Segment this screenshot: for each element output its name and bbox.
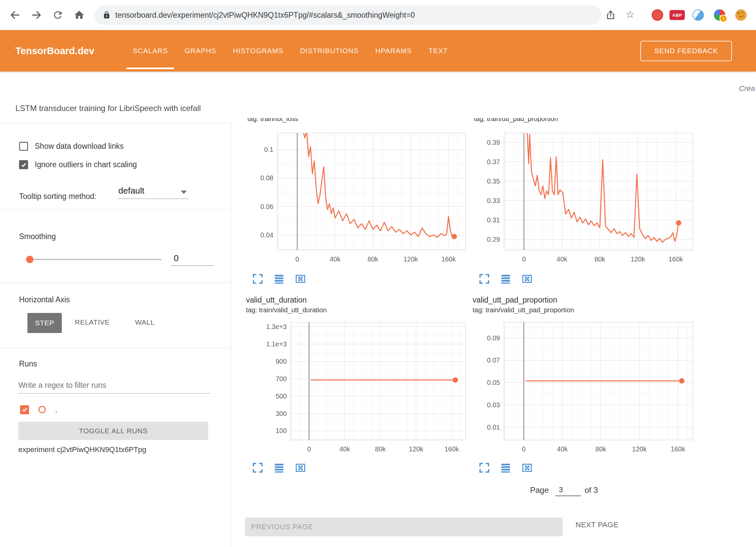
scalar-chart-utt-pad-proportion[interactable]: 0.290.310.330.350.370.39040k80k120k160k [474, 131, 696, 269]
share-icon[interactable] [604, 8, 618, 22]
page-number-input[interactable] [555, 485, 581, 496]
chevron-down-icon [181, 191, 187, 194]
extension-blocker-icon[interactable] [652, 9, 663, 21]
svg-text:0: 0 [522, 445, 526, 453]
fit-domain-icon[interactable] [521, 461, 533, 474]
run-checkbox[interactable] [20, 405, 29, 414]
axis-wall-button[interactable]: WALL [135, 318, 154, 326]
extension-abp-icon[interactable]: ABP [669, 10, 685, 20]
smoothing-slider-thumb[interactable] [26, 256, 33, 263]
tab-distributions[interactable]: DISTRIBUTIONS [292, 30, 367, 72]
expand-icon[interactable] [478, 461, 491, 474]
scalar-chart-tot-loss[interactable]: 0.040.060.080.1040k80k120k160k [247, 131, 469, 269]
data-table-icon[interactable] [499, 272, 512, 285]
forward-icon[interactable] [29, 8, 43, 22]
smoothing-label: Smoothing [19, 232, 56, 241]
expand-icon[interactable] [251, 461, 264, 474]
data-table-icon[interactable] [273, 272, 285, 285]
runs-filter-input[interactable] [18, 379, 211, 394]
divider [0, 283, 231, 283]
tooltip-sorting-label: Tooltip sorting method: [19, 192, 96, 201]
svg-text:40k: 40k [557, 445, 568, 453]
reload-icon[interactable] [51, 8, 65, 22]
svg-text:80k: 80k [368, 255, 379, 263]
svg-text:100: 100 [276, 427, 287, 434]
scalar-chart-valid-utt-pad-proportion[interactable]: 0.010.030.050.070.09040k80k120k160k [474, 320, 696, 459]
fit-domain-icon[interactable] [294, 461, 307, 474]
svg-text:0: 0 [295, 255, 299, 263]
divider [0, 348, 231, 348]
extension-count-badge: 1 [720, 15, 727, 22]
svg-text:0.03: 0.03 [487, 401, 500, 409]
ignore-outliers-checkbox[interactable] [19, 160, 28, 169]
fit-domain-icon[interactable] [294, 272, 307, 285]
svg-text:40k: 40k [339, 445, 350, 453]
run-color-swatch[interactable] [38, 406, 46, 413]
svg-text:1.3e+3: 1.3e+3 [266, 323, 287, 330]
home-icon[interactable] [72, 8, 86, 22]
tab-graphs[interactable]: GRAPHS [176, 30, 225, 72]
svg-text:0.07: 0.07 [487, 356, 500, 364]
extension-blue-icon[interactable] [692, 9, 704, 21]
svg-text:40k: 40k [556, 255, 568, 263]
chart-subtitle: tag: train/valid_utt_duration [246, 306, 327, 314]
data-table-icon[interactable] [499, 461, 512, 474]
run-name: . [55, 405, 57, 414]
url-text: tensorboard.dev/experiment/cj2vtPiwQHKN9… [115, 11, 415, 20]
runs-label: Runs [19, 359, 37, 368]
tab-text[interactable]: TEXT [420, 30, 456, 72]
created-text-clipped: Crea [739, 84, 755, 93]
show-download-label: Show data download links [35, 142, 124, 151]
data-table-icon[interactable] [273, 461, 285, 474]
address-bar[interactable]: tensorboard.dev/experiment/cj2vtPiwQHKN9… [95, 5, 601, 25]
lock-icon[interactable] [103, 11, 111, 19]
cookie-icon[interactable] [735, 9, 747, 21]
star-icon[interactable]: ☆ [624, 8, 637, 20]
previous-page-button[interactable]: PREVIOUS PAGE [245, 518, 562, 536]
run-row: . [20, 405, 57, 414]
main-nav: SCALARS GRAPHS HISTOGRAMS DISTRIBUTIONS … [124, 30, 456, 72]
tab-histograms[interactable]: HISTOGRAMS [225, 30, 292, 72]
svg-text:40k: 40k [330, 255, 341, 263]
tooltip-sorting-value: default [118, 186, 144, 196]
svg-text:0.05: 0.05 [487, 379, 500, 386]
svg-text:0.37: 0.37 [487, 158, 500, 166]
svg-text:0.31: 0.31 [487, 216, 500, 224]
axis-relative-button[interactable]: RELATIVE [75, 318, 110, 326]
app-logo: TensorBoard.dev [15, 45, 94, 57]
send-feedback-button[interactable]: SEND FEEDBACK [640, 41, 732, 61]
smoothing-slider[interactable] [27, 259, 161, 260]
expand-icon[interactable] [478, 272, 491, 285]
chart-toolbar [478, 461, 533, 474]
experiment-caption: experiment cj2vtPiwQHKN9Q1tx6PTpg [18, 445, 146, 454]
app-header: TensorBoard.dev SCALARS GRAPHS HISTOGRAM… [0, 30, 756, 72]
back-icon[interactable] [8, 8, 22, 22]
profile-avatar[interactable]: 1 [714, 9, 725, 21]
browser-toolbar: tensorboard.dev/experiment/cj2vtPiwQHKN9… [0, 0, 756, 30]
svg-text:160k: 160k [445, 445, 459, 453]
show-download-checkbox[interactable] [19, 142, 28, 151]
scalar-chart-valid-utt-duration[interactable]: 1003005007009001.1e+31.3e+3040k80k120k16… [247, 320, 469, 459]
expand-icon[interactable] [251, 272, 264, 285]
next-page-button[interactable]: NEXT PAGE [574, 520, 620, 530]
page-label: Page [530, 485, 549, 495]
svg-text:300: 300 [276, 410, 287, 417]
svg-text:900: 900 [276, 358, 287, 365]
chart-title: valid_utt_duration [246, 296, 307, 305]
settings-sidebar: Show data download links Ignore outliers… [0, 123, 231, 547]
axis-step-button[interactable]: STEP [27, 313, 62, 333]
chart-c0-subtitle-clipped: tag: train/tot_loss [247, 118, 448, 123]
chart-c1-subtitle-clipped: tag: train/utt_pad_proportion [474, 118, 674, 123]
fit-domain-icon[interactable] [521, 272, 533, 285]
tooltip-sorting-dropdown[interactable]: default [118, 186, 189, 199]
tab-hparams[interactable]: HPARAMS [367, 30, 420, 72]
tab-scalars[interactable]: SCALARS [124, 30, 176, 72]
chart-subtitle: tag: train/valid_utt_pad_proportion [473, 306, 574, 314]
svg-text:500: 500 [276, 393, 287, 400]
chart-toolbar [251, 461, 307, 474]
smoothing-value-input[interactable]: 0 [171, 253, 214, 266]
toggle-all-runs-button[interactable]: TOGGLE ALL RUNS [18, 422, 208, 440]
svg-text:700: 700 [276, 375, 287, 382]
svg-text:120k: 120k [631, 255, 645, 263]
svg-text:160k: 160k [441, 255, 456, 263]
